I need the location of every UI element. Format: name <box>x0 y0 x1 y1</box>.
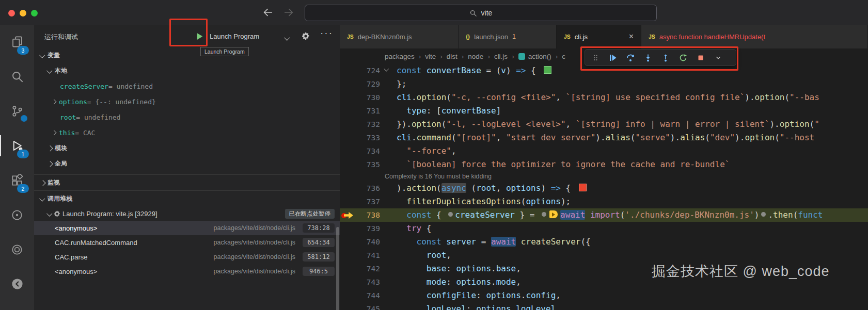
breadcrumb-item[interactable]: packages <box>385 53 415 60</box>
scope-local[interactable]: 本地 <box>34 63 340 78</box>
chevron-right-icon[interactable] <box>50 97 58 106</box>
close-window-button[interactable] <box>8 10 15 17</box>
tab-dep-bknnzn0m-js[interactable]: JS dep-BKNnzn0m.js <box>340 25 459 48</box>
scope-module[interactable]: 模块 <box>34 140 340 156</box>
variable-row[interactable]: root = undefined <box>34 109 340 125</box>
token: convertBase <box>427 66 481 75</box>
breadcrumb-separator: › <box>440 53 443 60</box>
toolbar-drag-handle[interactable] <box>587 51 604 64</box>
scope-module-label: 模块 <box>55 144 67 153</box>
start-debug-button[interactable] <box>195 32 204 43</box>
breadcrumb-item[interactable]: vite <box>425 53 436 60</box>
token: `[string] info | warn | error | silent` <box>576 119 770 129</box>
frame-path: packages/vite/dist/node/cli.js <box>214 268 295 275</box>
back-arrow-icon[interactable] <box>262 7 274 18</box>
sidebar-scrollbar[interactable] <box>336 227 339 310</box>
token: , <box>566 119 576 129</box>
tab-launch-json[interactable]: {} launch.json 1 <box>459 25 557 48</box>
activity-source-control[interactable] <box>0 94 34 128</box>
chevron-down-icon[interactable] <box>283 34 291 42</box>
tab-cli-js[interactable]: JS cli.js × <box>557 25 641 48</box>
activity-search[interactable] <box>0 59 34 94</box>
chevron-right-icon <box>38 178 46 187</box>
activity-explorer[interactable]: 3 <box>0 25 34 59</box>
code-line-741[interactable]: 741 root, <box>340 249 868 262</box>
chevron-right-icon[interactable] <box>50 128 58 137</box>
token: mode <box>496 277 516 287</box>
continue-button[interactable] <box>604 51 622 64</box>
code-line-731[interactable]: 731 type: [convertBase] <box>340 104 868 118</box>
code-line-737[interactable]: 737 filterDuplicatesOptions(options); <box>340 195 868 208</box>
close-icon[interactable]: × <box>629 32 634 41</box>
sidebar-header: 运行和调试 Launch Program ··· <box>34 25 340 47</box>
more-actions-button[interactable]: ··· <box>320 27 333 39</box>
codelens-annotation[interactable]: Complexity is 16 You must be kidding <box>340 171 868 182</box>
code-line-745[interactable]: 745 logLevel: options.logLevel, <box>340 302 868 310</box>
activity-extra-1[interactable] <box>0 198 34 232</box>
step-into-button[interactable] <box>639 51 657 64</box>
token <box>397 210 406 220</box>
code-line-735[interactable]: 735 `[boolean] force the optimizer to ig… <box>340 158 868 171</box>
code-line-739[interactable]: 739 try { <box>340 222 868 235</box>
activity-extra-2[interactable] <box>0 232 34 267</box>
fold-column <box>380 104 393 118</box>
stack-frame[interactable]: <anonymous>packages/vite/dist/node/cli.j… <box>34 264 340 279</box>
gear-icon[interactable] <box>302 32 310 42</box>
code-line-730[interactable]: 730cli.option("-c, --config <file>", `[s… <box>340 91 868 104</box>
code-line-733[interactable]: 733cli.command("[root]", "start dev serv… <box>340 131 868 144</box>
code-line-740[interactable]: 740 const server = await createServer({ <box>340 235 868 249</box>
stack-frame[interactable]: CAC.runMatchedCommandpackages/vite/dist/… <box>34 235 340 250</box>
activity-run-debug[interactable]: 1 <box>0 128 34 163</box>
activity-extra-3[interactable] <box>0 267 34 301</box>
breadcrumb-item[interactable]: c <box>562 53 565 60</box>
tab-label: cli.js <box>575 33 588 41</box>
token: funct <box>798 210 823 220</box>
stop-icon <box>697 54 705 62</box>
stop-button[interactable] <box>692 51 709 64</box>
run-debug-sidebar: 运行和调试 Launch Program ··· 变量 本地 createSer… <box>34 25 340 310</box>
zoom-window-button[interactable] <box>31 10 38 17</box>
step-over-button[interactable] <box>622 51 639 64</box>
scope-global[interactable]: 全局 <box>34 156 340 171</box>
frame-location-badge: 654:34 <box>303 238 335 247</box>
code-line-743[interactable]: 743 mode: options.mode, <box>340 275 868 289</box>
callstack-section-header[interactable]: 调用堆栈 <box>34 190 340 206</box>
chevron-down-icon <box>38 51 46 59</box>
step-out-button[interactable] <box>657 51 674 64</box>
stack-frames: <anonymous>packages/vite/dist/node/cli.j… <box>34 221 340 279</box>
activity-extensions[interactable]: 2 <box>0 163 34 198</box>
launch-config-label[interactable]: Launch Program <box>210 32 259 40</box>
code-line-744[interactable]: 744 configFile: options.config, <box>340 289 868 302</box>
breadcrumb-item[interactable]: action() <box>528 53 551 60</box>
glyph-margin <box>340 262 356 275</box>
code-line-742[interactable]: 742 base: options.base, <box>340 262 868 275</box>
chevron-down-icon <box>715 54 722 61</box>
stack-frame[interactable]: CAC.parsepackages/vite/dist/node/cli.js5… <box>34 250 340 264</box>
chevron-down-icon[interactable] <box>383 65 391 73</box>
forward-arrow-icon[interactable] <box>283 7 294 18</box>
stack-frame[interactable]: <anonymous>packages/vite/dist/node/cli.j… <box>34 221 340 235</box>
line-number: 742 <box>356 262 380 275</box>
code-line-734[interactable]: 734 "--force", <box>340 144 868 158</box>
variables-section-header[interactable]: 变量 <box>34 47 340 63</box>
toolbar-chevron-button[interactable] <box>709 51 727 64</box>
code-line-729[interactable]: 729}; <box>340 77 868 91</box>
breadcrumb-item[interactable]: node <box>468 53 483 60</box>
debug-session-row[interactable]: Launch Program: vite.js [32929] 已在断点处暂停 <box>34 206 340 221</box>
variable-row[interactable]: createServer = undefined <box>34 78 340 94</box>
breadcrumb-item[interactable]: cli.js <box>494 53 508 60</box>
glyph-margin <box>340 118 356 131</box>
tab-handle-hmr-update[interactable]: JS async function handleHMRUpdate(t <box>641 25 868 48</box>
js-file-icon: JS <box>347 34 354 40</box>
code-line-738[interactable]: 738 const { createServer } = await impor… <box>340 208 868 222</box>
variable-row[interactable]: this = CAC <box>34 125 340 140</box>
command-center-search[interactable]: vite <box>305 5 657 21</box>
restart-button[interactable] <box>674 51 692 64</box>
code-line-736[interactable]: 736).action(async (root, options) => { <box>340 182 868 195</box>
variable-row[interactable]: options = {--: undefined} <box>34 94 340 109</box>
breadcrumb-item[interactable]: dist <box>447 53 457 60</box>
minimize-window-button[interactable] <box>20 10 26 17</box>
watch-section-header[interactable]: 监视 <box>34 174 340 190</box>
fold-chevron-icon[interactable] <box>380 64 393 77</box>
code-line-732[interactable]: 732}).option("-l, --logLevel <level>", `… <box>340 118 868 131</box>
